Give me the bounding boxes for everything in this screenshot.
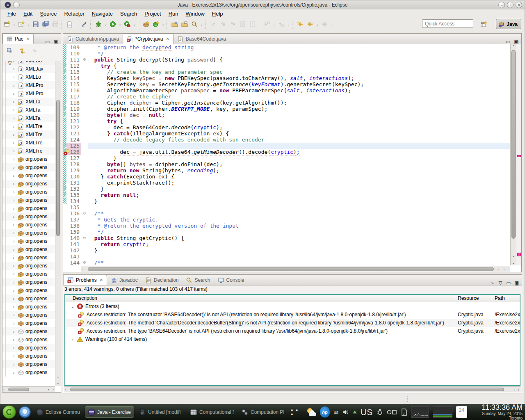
tree-item[interactable]: ›JXMLTa	[2, 114, 55, 122]
code-line[interactable]: 110 */	[63, 50, 510, 57]
binary-file-button[interactable]: 010	[65, 19, 75, 29]
taskbar-button[interactable]: Java - Exercise2	[85, 406, 134, 418]
expand-chevron-icon[interactable]: ›	[13, 67, 16, 71]
code-line[interactable]: 144⊖ /**	[63, 260, 510, 265]
fold-marker[interactable]: ⊖	[81, 260, 88, 265]
new-java-item-button[interactable]	[16, 19, 26, 29]
printer-icon[interactable]	[401, 409, 407, 416]
expand-chevron-icon[interactable]: ›	[13, 297, 16, 301]
menu-search[interactable]: Search	[116, 10, 141, 17]
menu-source[interactable]: Source	[36, 10, 60, 17]
weather-icon[interactable]	[306, 408, 316, 417]
tree-item[interactable]: ›org.opens	[2, 336, 55, 344]
code-line[interactable]: 109 * @return the decrypted string	[63, 44, 510, 50]
expand-chevron-icon[interactable]: ›	[13, 256, 16, 260]
problems-table-header[interactable]: Description Resource Path	[65, 295, 520, 302]
code-line[interactable]: 143	[63, 253, 510, 260]
expand-chevron-icon[interactable]: ›	[13, 288, 16, 293]
code-line[interactable]: 112 try {	[63, 63, 510, 69]
expand-chevron-icon[interactable]: ›	[13, 100, 16, 104]
new-wizard-button[interactable]	[2, 19, 12, 29]
fold-marker[interactable]: ⊖	[81, 210, 88, 217]
expand-chevron-icon[interactable]: ›	[13, 116, 16, 121]
overview-error-marker[interactable]	[517, 253, 521, 256]
maximize-view-button[interactable]: ▣	[514, 39, 519, 44]
expand-chevron-icon[interactable]: ›	[13, 223, 16, 227]
search-torch-button[interactable]	[189, 19, 199, 29]
minimize-button[interactable]: ⌄	[498, 2, 505, 8]
tree-item[interactable]: ›org.opens	[2, 311, 55, 319]
code-line[interactable]: 115 SecretKey key = SecretKeyFactory.get…	[63, 81, 510, 87]
chromium-launcher[interactable]	[19, 406, 31, 418]
code-line[interactable]: 128 byte[] bytes = dcipher.doFinal(dec);	[63, 161, 510, 167]
code-line[interactable]: 119 dcipher.init(Cipher.DECRYPT_MODE, ke…	[63, 106, 510, 112]
tree-item[interactable]: ›JXMLTa	[2, 106, 55, 114]
column-resource[interactable]: Resource	[455, 295, 492, 302]
tree-item[interactable]: ›org.opens	[2, 344, 55, 352]
problem-row[interactable]: Access restriction: The constructor 'BAS…	[65, 310, 520, 319]
chevron-down-icon[interactable]: ⌄	[118, 23, 122, 26]
menu-refactor[interactable]: Refactor	[61, 10, 88, 17]
fold-marker[interactable]: ⊖	[81, 57, 88, 63]
code-line[interactable]: 111⊖ public String decrypt(String passwo…	[63, 57, 510, 63]
close-button[interactable]: ✕	[516, 2, 522, 8]
tree-item[interactable]: ›org.opens	[2, 196, 55, 204]
code-line[interactable]: 141 return cryptic;	[63, 241, 510, 247]
java-perspective-button[interactable]: J Java	[496, 19, 521, 29]
code-line[interactable]: 114 KeySpec keySpec = new PBEKeySpec(pas…	[63, 75, 510, 81]
expand-chevron-icon[interactable]: ›	[13, 362, 16, 367]
titlebar[interactable]: ≡ · Java - Exercise2x13/src/org/opensour…	[0, 0, 525, 9]
minimize-view-button[interactable]: ▭	[45, 39, 50, 44]
code-line[interactable]: 136⊖ /**	[63, 210, 510, 217]
chevron-down-icon[interactable]: ⌄	[12, 23, 16, 26]
expand-chevron-icon[interactable]: ›	[13, 346, 16, 350]
code-line[interactable]: 132 }	[63, 186, 510, 192]
problems-group-row[interactable]: ⌄Errors (3 items)	[65, 302, 520, 310]
tree-item[interactable]: ›org.opens	[2, 360, 55, 368]
tree-item[interactable]: ›org.opens	[2, 237, 55, 245]
code-line[interactable]: 134 }	[63, 198, 510, 204]
screen-layout-icon[interactable]	[387, 409, 397, 415]
tree-item[interactable]: ›JXMLPro	[2, 81, 55, 89]
window-menu-icon[interactable]: ≡	[5, 2, 11, 8]
maximize-view-button[interactable]: ▣	[53, 39, 58, 44]
expand-chevron-icon[interactable]: ›	[13, 83, 16, 88]
expand-chevron-icon[interactable]: ›	[13, 124, 16, 129]
expand-chevron-icon[interactable]: ›	[13, 280, 16, 285]
expand-chevron-icon[interactable]: ›	[13, 198, 16, 203]
tree-item[interactable]: ›JXMLTre	[2, 139, 55, 147]
tree-item[interactable]: ›org.opens	[2, 327, 55, 336]
expand-chevron-icon[interactable]: ›	[13, 190, 16, 194]
tree-item[interactable]: ›JXMLTre	[2, 122, 55, 130]
tree-item[interactable]: ›JXMLTre	[2, 130, 55, 139]
taskbar-button[interactable]: Eclipse Commu	[34, 406, 83, 418]
statusbar-grip[interactable]	[407, 396, 408, 402]
code-line[interactable]: 138 * @return the encrypted version of t…	[63, 223, 510, 229]
save-all-button[interactable]	[41, 19, 50, 29]
code-line[interactable]: 126 dec = java.util.Base64.getMimeDecode…	[63, 149, 510, 155]
cpu-monitor[interactable]	[411, 406, 429, 418]
expand-chevron-icon[interactable]: ›	[13, 329, 16, 334]
chevron-down-icon[interactable]: ⌄	[315, 23, 320, 26]
expand-chevron-icon[interactable]: ›	[13, 231, 16, 235]
chevron-down-icon[interactable]: ⌄	[132, 23, 137, 26]
code-line[interactable]: 127 }	[63, 155, 510, 161]
tree-item[interactable]: ›org.opens	[2, 204, 55, 212]
overview-marker[interactable]	[517, 155, 521, 157]
tree-item[interactable]: ›JXMLLo	[2, 73, 55, 81]
fold-marker[interactable]: ⊖	[81, 235, 88, 241]
minimize-view-button[interactable]: ▭	[506, 281, 511, 285]
code-line[interactable]: 116 AlgorithmParameterSpec paramSpec = n…	[63, 87, 510, 94]
app-menu-button[interactable]	[2, 405, 16, 419]
back-button[interactable]	[305, 19, 315, 29]
expand-chevron-icon[interactable]: ›	[13, 91, 16, 96]
link-with-editor-button[interactable]	[17, 46, 27, 56]
tree-item[interactable]: ›org.opens	[2, 368, 55, 377]
code-line[interactable]: 140⊖ public String getCryptic() {	[63, 235, 510, 241]
code-line[interactable]: 122 dec = Base64Coder.decode(cryptic);	[63, 124, 510, 130]
tree-item[interactable]: ›org.opens	[2, 155, 55, 163]
menu-run[interactable]: Run	[165, 10, 182, 17]
expand-chevron-icon[interactable]: ›	[13, 215, 16, 219]
column-path[interactable]: Path	[492, 295, 520, 302]
clock[interactable]: 11:33:36 AM Sunday, May 24, 2015 Toronto	[472, 404, 523, 420]
